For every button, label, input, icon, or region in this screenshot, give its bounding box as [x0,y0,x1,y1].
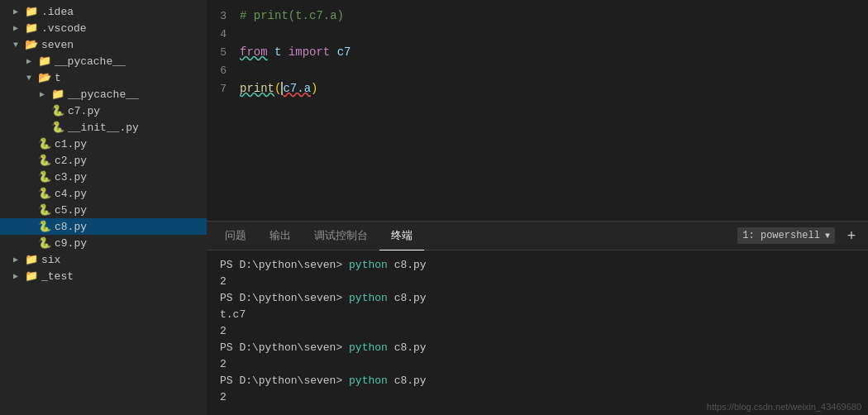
var-t: t [274,45,281,59]
watermark: https://blog.csdn.net/weixin_43469680 [707,402,861,412]
cmd-3: python [349,341,388,354]
cmd-1: python [349,259,388,271]
chevron-down-icon: ▼ [13,41,23,50]
prompt-4: PS D:\python\seven> [220,374,349,387]
cmd-rest-4: c8.py [388,374,427,387]
code-content-5: from t import c7 [240,43,351,61]
sidebar-item-c2py[interactable]: ▶ 🐍 c2.py [0,152,207,169]
code-line-7: 7 print(c7.a) [207,79,868,98]
terminal-line-1: PS D:\python\seven> python c8.py [220,257,855,274]
chevron-right-icon: ▶ [13,271,23,281]
output-3: 2 [220,325,227,337]
chevron-right-icon: ▶ [40,89,50,99]
code-line-4: 4 [207,25,868,43]
sidebar-item-label: __init__.py [68,122,139,134]
sidebar-item-pycache-seven[interactable]: ▶ 📁 __pycache__ [0,53,207,69]
chevron-down-icon: ▼ [26,74,36,83]
keyword-import: import [289,45,330,59]
sidebar-item-label: c8.py [55,221,87,233]
code-content-4 [240,25,246,43]
sidebar-item-init-py[interactable]: ▶ 🐍 __init__.py [0,119,207,136]
tab-label-problems: 问题 [225,228,246,243]
cmd-2: python [349,292,388,304]
code-content-3: # print(t.c7.a) [240,7,344,25]
sidebar-item-c1py[interactable]: ▶ 🐍 c1.py [0,136,207,152]
dropdown-icon: ▼ [825,231,830,241]
pyfile-icon-c7: 🐍 [51,104,64,117]
comment-text: # print(t.c7.a) [240,9,344,22]
sidebar-item-c5py[interactable]: ▶ 🐍 c5.py [0,202,207,218]
sidebar-item-label: seven [41,39,74,51]
shell-selector[interactable]: 1: powershell ▼ [737,227,835,244]
tab-problems[interactable]: 问题 [213,222,258,250]
output-2: t.c7 [220,308,246,321]
line-number-6: 6 [207,62,240,80]
file-explorer: ▶ 📁 .idea ▶ 📁 .vscode ▼ 📂 seven ▶ 📁 __py… [0,0,207,415]
sidebar-item-t[interactable]: ▼ 📂 t [0,69,207,86]
terminal-line-8: PS D:\python\seven> python c8.py [220,373,855,389]
folder-icon-pycache-t: 📁 [51,88,64,101]
line-number-7: 7 [207,80,240,98]
sidebar-item-c9py[interactable]: ▶ 🐍 c9.py [0,235,207,251]
sidebar-item-label: c5.py [55,204,87,217]
var-c7: c7 [337,45,351,59]
sidebar-item-idea[interactable]: ▶ 📁 .idea [0,3,207,20]
chevron-right-icon: ▶ [13,7,23,17]
paren-open: ( [274,82,281,95]
sidebar-item-label: c7.py [68,105,100,117]
sidebar-item-c8py[interactable]: ▶ 🐍 c8.py [0,218,207,235]
prompt-3: PS D:\python\seven> [220,341,349,354]
cmd-rest-1: c8.py [388,259,427,271]
sidebar-item-label: c3.py [55,171,87,184]
sidebar-item-label: __pycache__ [68,88,139,101]
sidebar-item-seven[interactable]: ▼ 📂 seven [0,36,207,53]
prompt-1: PS D:\python\seven> [220,259,349,271]
new-terminal-button[interactable]: + [842,226,861,246]
folder-icon-test: 📁 [25,270,38,283]
pyfile-icon-c3: 🐍 [38,170,51,184]
keyword-from: from [240,45,268,59]
terminal-line-4: t.c7 [220,307,855,323]
arg-c7a: c7.a [283,82,311,95]
terminal-line-5: 2 [220,323,855,340]
sidebar-item-c4py[interactable]: ▶ 🐍 c4.py [0,185,207,202]
sidebar-item-vscode[interactable]: ▶ 📁 .vscode [0,20,207,36]
pyfile-icon-c8: 🐍 [38,220,51,233]
terminal-output[interactable]: PS D:\python\seven> python c8.py 2 PS D:… [207,250,868,415]
shell-selector-label: 1: powershell [742,230,820,241]
tab-terminal[interactable]: 终端 [379,222,424,250]
output-5: 2 [220,391,227,403]
pyfile-icon-c4: 🐍 [38,187,51,200]
sidebar-item-pycache-t[interactable]: ▶ 📁 __pycache__ [0,86,207,103]
sidebar-item-test[interactable]: ▶ 📁 _test [0,268,207,284]
cmd-4: python [349,374,388,387]
code-editor[interactable]: 3 # print(t.c7.a) 4 5 from t import [207,0,868,221]
folder-icon-t: 📂 [38,71,51,84]
terminal-tabs: 问题 输出 调试控制台 终端 1: powershell ▼ + [207,222,868,250]
tab-debug-console[interactable]: 调试控制台 [303,222,379,250]
sidebar-item-label: c4.py [55,188,87,200]
sidebar-item-six[interactable]: ▶ 📁 six [0,251,207,268]
sidebar-item-label: c9.py [55,237,87,250]
cmd-rest-3: c8.py [388,341,427,354]
sidebar-item-label: _test [41,270,74,283]
chevron-right-icon: ▶ [26,56,36,66]
terminal-line-6: PS D:\python\seven> python c8.py [220,340,855,356]
sidebar-item-c7py[interactable]: ▶ 🐍 c7.py [0,103,207,119]
sidebar-item-label: t [55,72,61,84]
func-print: print [240,82,274,95]
sidebar-item-label: .idea [41,6,74,18]
folder-icon-idea: 📁 [25,5,38,18]
tab-output[interactable]: 输出 [258,222,303,250]
output-4: 2 [220,358,227,370]
folder-icon-vscode: 📁 [25,21,38,35]
pyfile-icon-c5: 🐍 [38,203,51,217]
sidebar-item-c3py[interactable]: ▶ 🐍 c3.py [0,169,207,185]
chevron-right-icon: ▶ [13,255,23,265]
sidebar-item-label: six [41,254,60,266]
pyfile-icon-init: 🐍 [51,121,64,134]
line-number-5: 5 [207,44,240,62]
terminal-line-7: 2 [220,356,855,373]
code-content-6 [240,61,246,79]
folder-icon-seven: 📂 [25,38,38,51]
